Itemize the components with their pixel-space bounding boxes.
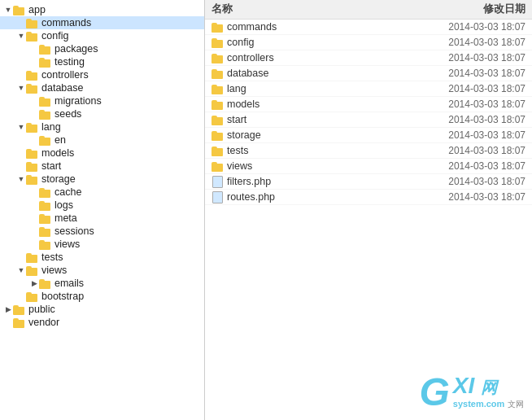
tree-label-views: views bbox=[41, 265, 67, 276]
tree-label-en: en bbox=[55, 134, 66, 146]
tree-item-en[interactable]: en bbox=[0, 133, 204, 147]
tree-label-meta: meta bbox=[55, 212, 77, 224]
folder-icon-en bbox=[39, 134, 52, 146]
tree-label-public: public bbox=[28, 304, 55, 315]
right-item-label-r_lang: lang bbox=[227, 83, 246, 94]
right-item-date-r_tests: 2014-03-03 18:07 bbox=[412, 145, 525, 156]
folder-icon-testing bbox=[39, 56, 52, 68]
tree-label-config: config bbox=[41, 30, 68, 42]
folder-icon-right-r_models bbox=[211, 98, 225, 110]
tree-label-commands: commands bbox=[41, 17, 91, 28]
tree-item-testing[interactable]: testing bbox=[0, 55, 204, 68]
arrow-emails bbox=[29, 279, 39, 287]
right-item-label-r_config: config bbox=[227, 37, 254, 48]
tree-label-database: database bbox=[41, 82, 83, 94]
tree-item-seeds[interactable]: seeds bbox=[0, 107, 204, 120]
tree-item-start[interactable]: start bbox=[0, 160, 204, 173]
tree-item-public[interactable]: public bbox=[0, 303, 204, 316]
right-item-date-r_lang: 2014-03-03 18:07 bbox=[412, 83, 525, 94]
tree-label-migrations: migrations bbox=[55, 95, 102, 107]
folder-icon-meta bbox=[39, 212, 52, 224]
folder-icon-right-r_config bbox=[211, 37, 225, 48]
tree-item-storage[interactable]: storage bbox=[0, 173, 204, 186]
right-item-date-r_models: 2014-03-03 18:07 bbox=[412, 98, 525, 110]
tree-item-app[interactable]: app bbox=[0, 3, 204, 16]
tree-item-commands[interactable]: commands bbox=[0, 16, 204, 29]
folder-icon-right-r_controllers bbox=[211, 52, 225, 63]
folder-icon-packages bbox=[39, 43, 52, 55]
tree-item-migrations[interactable]: migrations bbox=[0, 94, 204, 107]
right-row-r_commands[interactable]: commands2014-03-03 18:07 bbox=[205, 20, 532, 35]
tree-item-controllers[interactable]: controllers bbox=[0, 68, 204, 81]
tree-label-emails: emails bbox=[55, 278, 84, 289]
tree-item-bootstrap[interactable]: bootstrap bbox=[0, 290, 204, 303]
tree-item-database[interactable]: database bbox=[0, 81, 204, 94]
folder-icon-right-r_start bbox=[211, 114, 225, 125]
right-row-r_controllers[interactable]: controllers2014-03-03 18:07 bbox=[205, 50, 532, 66]
right-item-label-r_start: start bbox=[227, 114, 246, 125]
tree-item-vendor[interactable]: vendor bbox=[0, 316, 204, 329]
right-item-date-r_controllers: 2014-03-03 18:07 bbox=[412, 52, 525, 63]
folder-icon-bootstrap bbox=[26, 291, 39, 302]
right-row-r_views[interactable]: views2014-03-03 18:07 bbox=[205, 159, 532, 174]
folder-icon-right-r_tests bbox=[211, 145, 225, 156]
folder-icon-config bbox=[26, 30, 39, 42]
tree-item-config[interactable]: config bbox=[0, 29, 204, 42]
folder-icon-commands bbox=[26, 17, 39, 28]
file-icon-right-r_filters bbox=[211, 176, 225, 187]
right-item-label-r_views: views bbox=[227, 160, 252, 172]
right-row-r_start[interactable]: start2014-03-03 18:07 bbox=[205, 112, 532, 128]
tree-label-controllers: controllers bbox=[41, 69, 89, 81]
right-item-date-r_routes: 2014-03-03 18:07 bbox=[412, 191, 525, 203]
right-row-r_config[interactable]: config2014-03-03 18:07 bbox=[205, 35, 532, 50]
file-tree[interactable]: appcommandsconfigpackagestestingcontroll… bbox=[0, 0, 205, 420]
right-item-label-r_storage: storage bbox=[227, 129, 261, 141]
tree-label-lang: lang bbox=[41, 121, 61, 133]
folder-icon-right-r_database bbox=[211, 68, 225, 79]
tree-item-packages[interactable]: packages bbox=[0, 42, 204, 55]
right-row-r_routes[interactable]: routes.php2014-03-03 18:07 bbox=[205, 190, 532, 205]
right-row-r_tests[interactable]: tests2014-03-03 18:07 bbox=[205, 143, 532, 159]
right-row-r_lang[interactable]: lang2014-03-03 18:07 bbox=[205, 81, 532, 97]
tree-item-emails[interactable]: emails bbox=[0, 277, 204, 290]
file-list[interactable]: 名称 修改日期 commands2014-03-03 18:07config20… bbox=[205, 0, 532, 420]
tree-label-cache: cache bbox=[55, 186, 81, 198]
right-row-r_database[interactable]: database2014-03-03 18:07 bbox=[205, 66, 532, 81]
tree-item-models[interactable]: models bbox=[0, 147, 204, 160]
folder-icon-start bbox=[26, 160, 39, 172]
tree-label-vendor: vendor bbox=[28, 317, 59, 328]
right-row-r_filters[interactable]: filters.php2014-03-03 18:07 bbox=[205, 174, 532, 190]
tree-item-views_storage[interactable]: views bbox=[0, 238, 204, 251]
tree-item-lang[interactable]: lang bbox=[0, 120, 204, 133]
right-row-r_models[interactable]: models2014-03-03 18:07 bbox=[205, 97, 532, 112]
tree-item-views[interactable]: views bbox=[0, 264, 204, 277]
folder-icon-seeds bbox=[39, 108, 52, 120]
tree-item-sessions[interactable]: sessions bbox=[0, 225, 204, 238]
folder-icon-vendor bbox=[13, 317, 26, 328]
folder-icon-sessions bbox=[39, 225, 52, 237]
folder-icon-lang bbox=[26, 121, 39, 133]
header-date: 修改日期 bbox=[412, 2, 525, 16]
tree-label-bootstrap: bootstrap bbox=[41, 291, 84, 302]
tree-item-meta[interactable]: meta bbox=[0, 212, 204, 225]
right-row-r_storage[interactable]: storage2014-03-03 18:07 bbox=[205, 128, 532, 143]
folder-icon-views_storage bbox=[39, 238, 52, 250]
folder-icon-right-r_lang bbox=[211, 83, 225, 94]
tree-label-tests: tests bbox=[41, 252, 63, 263]
right-item-label-r_commands: commands bbox=[227, 21, 277, 33]
arrow-public bbox=[3, 305, 13, 313]
right-item-date-r_start: 2014-03-03 18:07 bbox=[412, 114, 525, 125]
tree-label-testing: testing bbox=[55, 56, 85, 68]
tree-item-tests[interactable]: tests bbox=[0, 251, 204, 264]
arrow-app bbox=[3, 6, 13, 14]
folder-icon-controllers bbox=[26, 69, 39, 81]
tree-label-app: app bbox=[28, 4, 46, 15]
folder-icon-tests bbox=[26, 252, 39, 263]
arrow-database bbox=[16, 84, 26, 92]
tree-item-cache[interactable]: cache bbox=[0, 186, 204, 199]
tree-item-logs[interactable]: logs bbox=[0, 199, 204, 212]
folder-icon-right-r_views bbox=[211, 160, 225, 172]
arrow-config bbox=[16, 32, 26, 40]
folder-icon-models bbox=[26, 147, 39, 159]
right-item-date-r_database: 2014-03-03 18:07 bbox=[412, 68, 525, 79]
